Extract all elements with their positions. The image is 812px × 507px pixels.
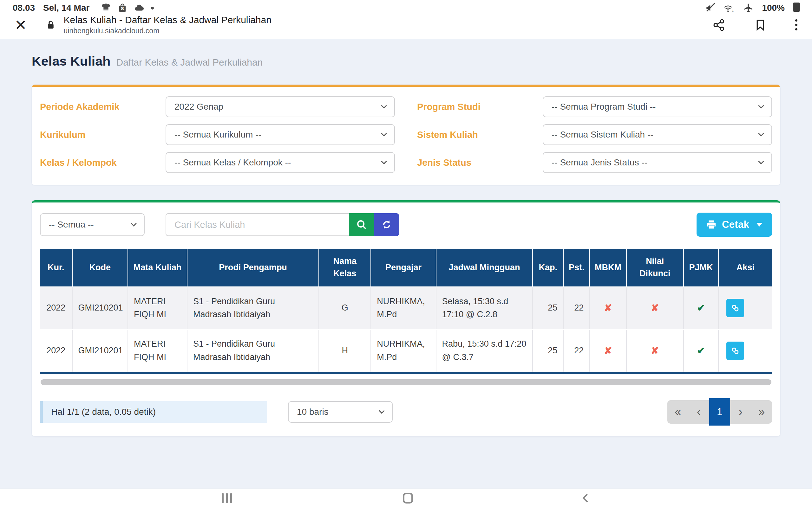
cell-jadwal: Rabu, 15:30 s.d 17:20 @ C.3.7 [436, 330, 533, 373]
rows-per-page-value: 10 baris [297, 407, 328, 417]
first-page-button[interactable]: « [667, 400, 688, 424]
page-url[interactable]: uinbengkulu.siakadcloud.com [64, 26, 271, 35]
search-icon [356, 219, 368, 231]
col-kap: Kap. [532, 249, 563, 287]
table-header-row: Kur. Kode Mata Kuliah Prodi Pengampu Nam… [40, 249, 772, 287]
battery-percent: 100% [762, 3, 785, 13]
col-pst: Pst. [563, 249, 590, 287]
cell-pst: 22 [563, 287, 590, 330]
cell-prodi: S1 - Pendidikan Guru Madrasah Ibtidaiyah [187, 287, 319, 330]
kelas-kelompok-value: -- Semua Kelas / Kelompok -- [174, 158, 291, 168]
cell-kode: GMI210201 [72, 287, 128, 330]
recent-apps-icon[interactable] [222, 493, 232, 503]
page-subtitle: Daftar Kelas & Jadwal Perkuliahan [116, 57, 263, 68]
cell-jadwal: Selasa, 15:30 s.d 17:10 @ C.2.8 [436, 287, 533, 330]
col-jadwal-mingguan: Jadwal Mingguan [436, 249, 533, 287]
chevron-down-icon [758, 158, 764, 164]
next-page-button[interactable]: › [730, 400, 751, 424]
print-button[interactable]: Cetak [697, 213, 772, 237]
cross-icon: ✘ [604, 345, 612, 356]
rows-per-page-select[interactable]: 10 baris [288, 401, 393, 423]
program-studi-value: -- Semua Program Studi -- [552, 102, 656, 112]
svg-text:S: S [121, 6, 124, 11]
battery-icon [793, 3, 800, 13]
search-input[interactable] [165, 213, 349, 236]
pagination-info: Hal 1/1 (2 data, 0.05 detik) [40, 401, 267, 423]
printer-icon [706, 219, 717, 230]
shopping-bag-s-icon: S [117, 3, 128, 13]
filter-panel: Periode Akademik 2022 Genap Program Stud… [32, 84, 780, 185]
col-nama-kelas: Nama Kelas [319, 249, 371, 287]
cloud-icon [134, 3, 145, 13]
link-icon [730, 346, 740, 355]
col-prodi-pengampu: Prodi Pengampu [187, 249, 319, 287]
jenis-status-select[interactable]: -- Semua Jenis Status -- [543, 152, 772, 173]
mute-icon [705, 3, 715, 13]
chevron-down-icon [381, 103, 387, 108]
class-link-button[interactable] [726, 342, 744, 360]
kelas-kuliah-table: Kur. Kode Mata Kuliah Prodi Pengampu Nam… [40, 249, 772, 374]
filter-label-periode-akademik: Periode Akademik [40, 102, 165, 112]
lock-icon[interactable] [46, 20, 55, 31]
chevron-down-icon [758, 130, 764, 136]
cell-kur: 2022 [40, 287, 72, 330]
current-page-button[interactable]: 1 [709, 398, 730, 426]
android-navigation-bar [0, 489, 812, 507]
filter-label-jenis-status: Jenis Status [417, 158, 543, 168]
col-pengajar: Pengajar [371, 249, 436, 287]
share-icon[interactable] [713, 19, 725, 32]
wifi-icon: ↓↑ [723, 3, 734, 13]
program-studi-select[interactable]: -- Semua Program Studi -- [543, 96, 772, 117]
cell-mata-kuliah: MATERI FIQH MI [128, 330, 187, 373]
page-title: Kelas Kuliah [32, 54, 110, 69]
check-icon: ✔ [697, 345, 705, 356]
table-toolbar: -- Semua -- [40, 213, 772, 237]
col-mbkm: MBKM [590, 249, 626, 287]
last-page-button[interactable]: » [751, 400, 772, 424]
bookmark-icon[interactable] [755, 19, 766, 32]
col-kode: Kode [72, 249, 128, 287]
kurikulum-select[interactable]: -- Semua Kurikulum -- [165, 124, 395, 145]
prev-page-button[interactable]: ‹ [688, 400, 709, 424]
periode-akademik-select[interactable]: 2022 Genap [165, 96, 395, 117]
periode-akademik-value: 2022 Genap [174, 102, 223, 112]
chevron-down-icon [758, 103, 764, 108]
date: Sel, 14 Mar [43, 3, 90, 13]
search-category-select[interactable]: -- Semua -- [40, 213, 145, 236]
filter-label-program-studi: Program Studi [417, 102, 543, 112]
back-icon[interactable] [582, 493, 591, 502]
browser-toolbar: ✕ Kelas Kuliah - Daftar Kelas & Jadwal P… [0, 13, 812, 39]
search-button[interactable] [349, 213, 374, 236]
page-content: Kelas Kuliah Daftar Kelas & Jadwal Perku… [0, 39, 812, 489]
table-footer: Hal 1/1 (2 data, 0.05 detik) 10 baris « … [40, 400, 772, 424]
menu-kebab-icon[interactable] [795, 19, 798, 31]
class-link-button[interactable] [726, 299, 744, 317]
chevron-down-icon [381, 130, 387, 136]
check-icon: ✔ [697, 302, 705, 313]
cell-prodi: S1 - Pendidikan Guru Madrasah Ibtidaiyah [187, 330, 319, 373]
sistem-kuliah-value: -- Semua Sistem Kuliah -- [552, 130, 653, 140]
table-row: 2022 GMI210201 MATERI FIQH MI S1 - Pendi… [40, 330, 772, 373]
clock: 08.03 [13, 3, 35, 13]
link-icon [730, 303, 740, 313]
col-pjmk: PJMK [683, 249, 719, 287]
search-category-value: -- Semua -- [49, 220, 94, 230]
cell-pengajar: NURHIKMA, M.Pd [371, 287, 436, 330]
home-icon[interactable] [403, 493, 413, 504]
horizontal-scrollbar[interactable] [41, 379, 771, 385]
svg-text:↓↑: ↓↑ [731, 9, 734, 13]
refresh-icon [381, 219, 392, 230]
refresh-button[interactable] [374, 213, 399, 236]
page-title-browser: Kelas Kuliah - Daftar Kelas & Jadwal Per… [64, 14, 271, 25]
close-tab-icon[interactable]: ✕ [14, 18, 27, 32]
cell-nama-kelas: G [319, 287, 371, 330]
sistem-kuliah-select[interactable]: -- Semua Sistem Kuliah -- [543, 124, 772, 145]
cell-pst: 22 [563, 330, 590, 373]
caret-down-icon [756, 223, 763, 227]
notification-dot-icon [151, 7, 154, 9]
kurikulum-value: -- Semua Kurikulum -- [174, 130, 261, 140]
filter-label-kelas-kelompok: Kelas / Kelompok [40, 158, 165, 168]
cell-kap: 25 [532, 330, 563, 373]
chevron-down-icon [381, 158, 387, 164]
kelas-kelompok-select[interactable]: -- Semua Kelas / Kelompok -- [165, 152, 395, 173]
